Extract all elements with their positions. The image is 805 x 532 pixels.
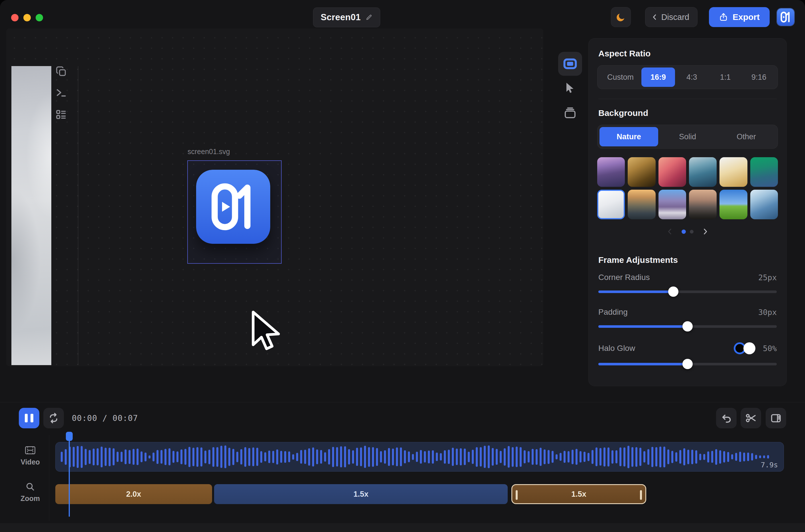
app-logo-badge[interactable]: [777, 8, 794, 26]
waveform-bar: [452, 448, 454, 466]
background-tab-nature[interactable]: Nature: [600, 127, 658, 146]
waveform-bar: [304, 450, 306, 464]
padding-slider[interactable]: [598, 321, 777, 331]
corner-radius-slider[interactable]: [598, 286, 777, 297]
background-tab-solid[interactable]: Solid: [658, 127, 717, 146]
waveform-bar: [100, 446, 103, 467]
waveform-bar: [328, 449, 330, 464]
halo-glow-slider[interactable]: [598, 359, 777, 369]
waveform-bar: [715, 449, 717, 465]
waveform-bar: [340, 446, 342, 467]
waveform-bar: [236, 452, 238, 462]
aspect-option-4-3[interactable]: 4:3: [675, 68, 709, 87]
terminal-tool-button[interactable]: [54, 86, 68, 100]
background-thumbnail-hazy-sunset[interactable]: [689, 190, 717, 219]
waveform-bar: [496, 449, 498, 465]
background-thumbnail-grid: [597, 157, 778, 219]
background-tab-other[interactable]: Other: [717, 127, 776, 146]
corner-radius-slider-knob[interactable]: [668, 286, 678, 297]
speed-segment-2[interactable]: 1.5x: [214, 484, 508, 504]
discard-button[interactable]: Discard: [645, 7, 697, 27]
speed-segment-3-selected[interactable]: 1.5x: [511, 484, 646, 504]
editor-canvas[interactable]: screen01.svg: [6, 28, 543, 366]
segment-trim-handle-right[interactable]: [640, 490, 642, 500]
playhead[interactable]: [66, 432, 73, 517]
waveform-bar: [619, 448, 621, 466]
waveform-bar: [141, 451, 143, 462]
aspect-option-1-1[interactable]: 1:1: [709, 68, 742, 87]
layers-list-tool-button[interactable]: [54, 108, 68, 121]
waveform-bar: [663, 446, 665, 467]
halo-glow-toggle[interactable]: [734, 342, 755, 354]
waveform-bar: [428, 451, 430, 463]
waveform-bar: [180, 450, 182, 464]
export-share-icon: [719, 13, 728, 22]
pause-button[interactable]: [19, 408, 39, 428]
padding-value: 30px: [758, 308, 777, 317]
waveform-bar: [232, 449, 234, 465]
dark-mode-toggle-button[interactable]: [611, 7, 631, 27]
project-title-button[interactable]: Screen01: [313, 7, 380, 27]
app-window: Screen01 Discard: [0, 0, 805, 532]
traffic-light-close[interactable]: [11, 14, 19, 21]
segment-trim-handle-left[interactable]: [516, 490, 518, 500]
edit-pencil-icon: [365, 14, 372, 21]
app-01-icon: [777, 8, 794, 26]
layout-list-icon: [55, 109, 67, 120]
frame-settings-tab[interactable]: [558, 52, 582, 76]
playhead-grip[interactable]: [66, 432, 73, 441]
background-thumbnail-green-wave[interactable]: [750, 157, 778, 187]
window-settings-tab[interactable]: [562, 106, 578, 121]
background-thumbnail-green-hill[interactable]: [719, 190, 747, 219]
waveform-bar: [352, 450, 354, 464]
speed-segment-1[interactable]: 2.0x: [55, 484, 212, 504]
background-thumbnail-ocean-wave[interactable]: [689, 157, 717, 187]
aspect-option-16-9[interactable]: 16:9: [641, 68, 675, 87]
waveform-bar: [727, 452, 729, 462]
waveform-bar: [440, 453, 442, 460]
halo-glow-slider-knob[interactable]: [682, 359, 693, 369]
waveform-bar: [743, 453, 745, 461]
duplicate-tool-button[interactable]: [54, 64, 68, 78]
audio-waveform-track[interactable]: 7.9s: [55, 442, 784, 472]
cut-button[interactable]: [740, 408, 761, 428]
waveform-bar: [300, 450, 302, 464]
waveform-bar: [256, 448, 258, 466]
waveform-bar: [755, 455, 757, 459]
waveform-bar: [719, 450, 721, 464]
background-thumbnail-red-canyon[interactable]: [658, 157, 686, 187]
waveform-bar: [228, 448, 230, 466]
traffic-light-zoom[interactable]: [36, 14, 43, 21]
background-thumbnail-purple-peaks[interactable]: [597, 157, 625, 187]
background-thumbnail-dark-dunes[interactable]: [628, 157, 655, 187]
waveform-bar: [544, 450, 546, 464]
aspect-option-custom[interactable]: Custom: [600, 68, 641, 87]
aspect-ratio-segmented-control: Custom 16:9 4:3 1:1 9:16: [597, 65, 778, 89]
waveform-bar: [635, 447, 637, 467]
export-button[interactable]: Export: [709, 7, 770, 27]
background-thumbnail-light-dunes[interactable]: [719, 157, 747, 187]
waveform-bar: [555, 454, 557, 459]
waveform-bar: [508, 446, 510, 468]
pager-dot[interactable]: [690, 230, 694, 233]
background-thumbnail-snow-drift-selected[interactable]: [597, 190, 625, 219]
waveform-bar: [436, 453, 438, 461]
waveform-bar: [472, 450, 474, 464]
aspect-option-9-16[interactable]: 9:16: [742, 68, 776, 87]
pager-prev-icon[interactable]: [666, 228, 674, 235]
undo-button[interactable]: [716, 408, 736, 428]
padding-slider-knob[interactable]: [682, 321, 693, 331]
background-wallpaper-edge: [12, 66, 51, 365]
traffic-light-minimize[interactable]: [23, 14, 31, 21]
background-thumbnail-alpine-peak[interactable]: [658, 190, 686, 219]
waveform-bar: [344, 446, 346, 467]
selected-svg-element[interactable]: [196, 170, 270, 244]
loop-button[interactable]: [43, 408, 64, 428]
pager-dot-active[interactable]: [681, 230, 686, 234]
side-panel-toggle-button[interactable]: [766, 408, 786, 428]
pager-next-icon[interactable]: [701, 228, 709, 235]
cursor-settings-tab[interactable]: [562, 80, 578, 96]
background-thumbnail-earth-clouds[interactable]: [750, 190, 778, 219]
background-thumbnail-golden-mist[interactable]: [628, 190, 655, 219]
settings-panel: Aspect Ratio Custom 16:9 4:3 1:1 9:16 Ba…: [588, 38, 787, 386]
